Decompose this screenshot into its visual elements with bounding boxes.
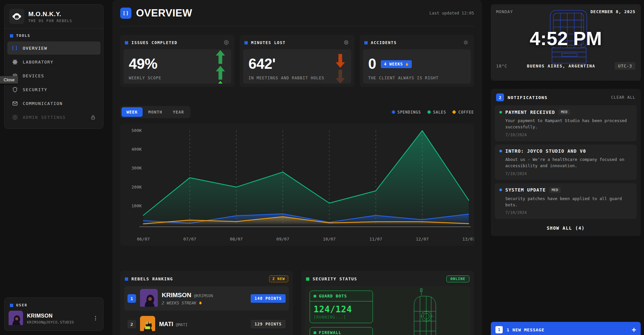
blue-square-bullet	[125, 41, 128, 44]
points-badge: 148 POINTS	[251, 294, 286, 303]
firewall-label: FIREWALL	[319, 330, 341, 335]
green-dot-icon	[499, 111, 502, 114]
svg-text:06/07: 06/07	[137, 237, 150, 242]
blue-square-bullet	[364, 41, 368, 44]
bottom-row: REBELS RANKING 2 NEW 1 KRIMSON @KRIMSON	[120, 271, 474, 335]
sidebar-item-overview[interactable]: [] OVERVIEW	[7, 41, 100, 55]
svg-text:400K: 400K	[131, 147, 142, 152]
robot-wireframe-illustration	[408, 288, 444, 335]
show-all-button[interactable]: SHOW ALL (4)	[495, 222, 637, 232]
user-avatar	[9, 311, 23, 326]
app-logo: M.O.N.K.Y. THE OS FOR REBELS	[5, 5, 103, 29]
tools-nav: [] OVERVIEW LABORATORY	[5, 41, 103, 124]
notification-date: 7/10/2024	[505, 210, 632, 215]
streak-badge: 4 WEEKS	[381, 60, 412, 68]
severity-badge: MED	[549, 187, 561, 193]
trend-up-arrows-icon	[214, 49, 226, 84]
stat-card-issues-completed: ISSUES COMPLETED 49% WEEKLY SCOPE	[120, 35, 235, 87]
svg-text:09/07: 09/07	[276, 237, 289, 242]
sidebar-item-communication[interactable]: COMMUNICATION	[7, 97, 100, 110]
rebel-handle: @KRIMSON	[194, 294, 213, 298]
legend-item-coffee[interactable]: COFFEE	[453, 110, 474, 115]
app-title: M.O.N.K.Y.	[28, 11, 72, 18]
ranking-row-1[interactable]: 1 KRIMSON @KRIMSON 2 WEEKS STREAK	[124, 286, 289, 311]
orange-diamond-icon	[452, 110, 457, 114]
sidebar-item-security[interactable]: SECURITY	[7, 83, 100, 96]
temperature: 18°C	[496, 64, 507, 68]
security-status-card: SECURITY STATUS ONLINE GUARD BOTS 124/12…	[301, 271, 474, 335]
page-header: [] OVERVIEW Last updated 12:05	[120, 0, 474, 26]
notification-intro-joyco[interactable]: INTRO: JOYCO STUDIO AND V0 About us - We…	[495, 144, 637, 180]
rebel-name: KRIMSON	[162, 292, 191, 299]
avatar-mati	[140, 316, 155, 332]
green-diamond-icon	[427, 110, 431, 114]
sun-gear-settings-icon[interactable]	[463, 39, 469, 46]
clock-time: 4:52 PM	[530, 27, 602, 49]
rank-number: 2	[127, 320, 136, 328]
notification-system-update[interactable]: SYSTEM UPDATE MED Security patches have …	[495, 183, 637, 219]
message-text: 1 NEW MESSAGE	[507, 327, 545, 332]
rank-number: 1	[127, 294, 136, 303]
severity-badge: MED	[558, 109, 570, 115]
svg-text:200K: 200K	[131, 185, 142, 190]
security-title: SECURITY STATUS	[313, 276, 357, 281]
notification-body: About us - We're a healthcare company fo…	[505, 156, 632, 169]
notification-body: Security patches have been applied to al…	[505, 195, 632, 208]
message-count-badge: 1	[495, 326, 503, 333]
stat-sublabel: WEEKLY SCOPE	[129, 76, 161, 80]
tab-year[interactable]: YEAR	[168, 107, 189, 117]
blue-square-bullet	[125, 277, 128, 281]
guard-bots-status: [RUNNING...]	[310, 315, 373, 323]
blue-square-bullet	[244, 41, 248, 44]
clear-all-button[interactable]: CLEAR ALL	[611, 95, 635, 100]
sidebar: M.O.N.K.Y. THE OS FOR REBELS TOOLS [] OV…	[4, 4, 103, 331]
avatar-krimson	[140, 289, 158, 308]
svg-text:500K: 500K	[131, 128, 142, 133]
legend-item-sales[interactable]: SALES	[428, 110, 446, 115]
sidebar-item-laboratory[interactable]: LABORATORY	[7, 55, 100, 68]
stat-value: 49%	[129, 57, 226, 71]
firewall-box: FIREWALL 99.9%	[310, 327, 373, 335]
legend-item-spendings[interactable]: SPENDINGS	[392, 110, 421, 115]
rebel-name: MATI	[159, 321, 173, 328]
notification-date: 7/10/2024	[505, 171, 632, 176]
user-menu-kebab-icon[interactable]	[93, 315, 99, 322]
svg-text:07/07: 07/07	[183, 237, 196, 242]
stats-row: ISSUES COMPLETED 49% WEEKLY SCOPE	[120, 35, 474, 87]
tab-week[interactable]: WEEK	[122, 107, 143, 117]
chip-settings-icon[interactable]	[343, 39, 350, 46]
guard-bots-label: GUARD BOTS	[319, 294, 347, 298]
svg-text:13/07: 13/07	[462, 237, 474, 242]
brackets-icon: []	[12, 45, 18, 51]
blue-square-bullet	[10, 304, 13, 307]
hex-nut-settings-icon[interactable]	[223, 39, 230, 46]
timezone-badge: UTC-3	[615, 62, 635, 70]
hex-gear-icon	[12, 114, 18, 120]
tools-section-label: TOOLS	[5, 29, 103, 41]
tab-month[interactable]: MONTH	[143, 107, 167, 117]
chart-legend: SPENDINGS SALES COFFEE	[392, 110, 474, 115]
close-tooltip: Close	[0, 76, 18, 84]
plus-icon[interactable]: +	[632, 326, 636, 333]
green-square-bullet	[306, 277, 309, 281]
user-name: KRIMSON	[27, 313, 74, 319]
rebel-handle: @MATI	[176, 322, 188, 327]
chart-svg: 100K200K300K400K500K06/0707/0708/0709/07…	[120, 123, 474, 245]
notification-body: Your payment to Rampant Studio has been …	[505, 117, 632, 130]
stat-title: ACCIDENTS	[371, 40, 397, 45]
sidebar-item-devices[interactable]: DEVICES	[7, 69, 100, 82]
blue-dot-icon	[499, 150, 502, 152]
flame-icon	[198, 301, 202, 305]
app-subtitle: THE OS FOR REBELS	[28, 19, 72, 23]
green-square-bullet	[314, 331, 316, 334]
monkey-logo-icon	[9, 9, 24, 24]
guard-bots-box: GUARD BOTS 124/124 [RUNNING...]	[310, 291, 373, 323]
main-panel: [] OVERVIEW Last updated 12:05 ISSUES CO…	[112, 0, 482, 335]
stat-value: 642'	[248, 57, 346, 71]
new-message-bar[interactable]: 1 1 NEW MESSAGE +	[491, 322, 641, 335]
ranking-row-2[interactable]: 2 MATI @MATI 129 POINTS	[124, 313, 289, 335]
stat-sublabel: IN MEETINGS AND RABBIT HOLES	[248, 76, 324, 80]
notification-payment-received[interactable]: PAYMENT RECEIVED MED Your payment to Ram…	[495, 105, 637, 141]
security-body: GUARD BOTS 124/124 [RUNNING...] FIREWALL…	[305, 286, 470, 335]
sidebar-nav-card: M.O.N.K.Y. THE OS FOR REBELS TOOLS [] OV…	[4, 4, 103, 129]
